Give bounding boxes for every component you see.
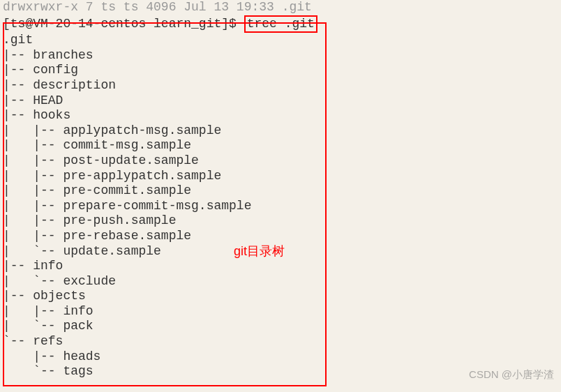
tree-line: | |-- pre-push.sample bbox=[3, 213, 558, 229]
tree-line: | `-- exclude bbox=[3, 274, 558, 289]
command-text: tree .git bbox=[247, 17, 315, 31]
tree-line: | |-- pre-commit.sample bbox=[3, 183, 558, 199]
tree-line: | |-- prepare-commit-msg.sample bbox=[3, 199, 558, 214]
tree-blank bbox=[3, 379, 558, 392]
prompt-line[interactable]: [ts@VM-20-14-centos learn_git]$ tree .gi… bbox=[3, 15, 558, 33]
shell-prompt: [ts@VM-20-14-centos learn_git]$ bbox=[3, 17, 244, 31]
annotation-label: git目录树 bbox=[234, 244, 285, 259]
watermark-text: CSDN @小唐学渣 bbox=[469, 368, 554, 381]
tree-line: | |-- commit-msg.sample bbox=[3, 138, 558, 153]
tree-line: `-- refs bbox=[3, 334, 558, 349]
tree-line: | |-- info bbox=[3, 304, 558, 319]
tree-line: |-- branches bbox=[3, 48, 558, 63]
tree-line: | |-- applypatch-msg.sample bbox=[3, 123, 558, 139]
tree-line: | `-- pack bbox=[3, 319, 558, 334]
command-highlight-box: tree .git bbox=[244, 15, 317, 33]
tree-line: |-- config bbox=[3, 63, 558, 78]
tree-line: |-- info bbox=[3, 259, 558, 274]
ls-output-line: drwxrwxr-x 7 ts ts 4096 Jul 13 19:33 .gi… bbox=[3, 0, 558, 15]
tree-line: | |-- post-update.sample bbox=[3, 153, 558, 169]
tree-line: |-- HEAD bbox=[3, 93, 558, 109]
tree-line: | |-- pre-applypatch.sample bbox=[3, 169, 558, 184]
tree-line: |-- hooks bbox=[3, 108, 558, 123]
tree-line: | |-- pre-rebase.sample bbox=[3, 229, 558, 244]
tree-line: |-- description bbox=[3, 78, 558, 93]
tree-root: .git bbox=[3, 33, 558, 48]
tree-line: |-- objects bbox=[3, 289, 558, 304]
terminal-output: drwxrwxr-x 7 ts ts 4096 Jul 13 19:33 .gi… bbox=[0, 0, 561, 392]
tree-line: |-- heads bbox=[3, 349, 558, 365]
